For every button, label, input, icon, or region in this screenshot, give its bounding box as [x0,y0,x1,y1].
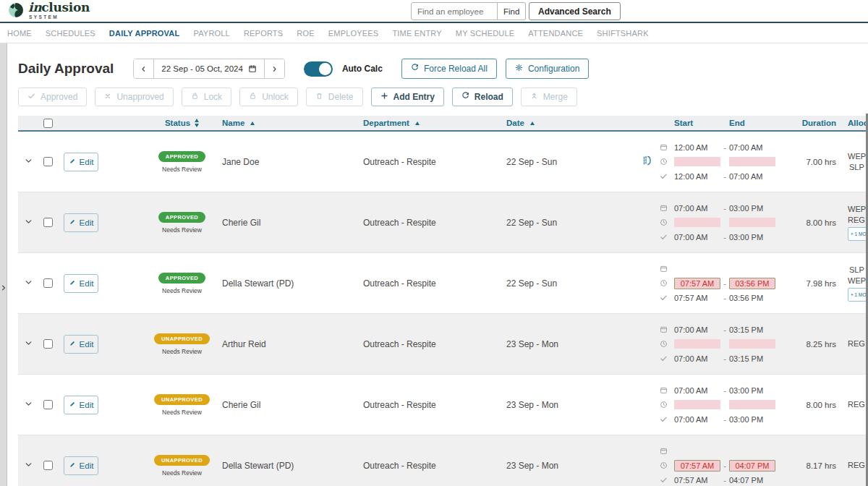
nav-item-home[interactable]: HOME [7,29,32,38]
department: Outreach - Respite [352,339,495,349]
nav-item-payroll[interactable]: PAYROLL [193,29,230,38]
lock-icon [191,92,199,102]
edit-button[interactable]: Edit [64,456,98,475]
column-header-department[interactable]: Department [352,119,495,127]
punch-clock-icon [660,461,670,469]
nav-item-my-schedule[interactable]: MY SCHEDULE [456,29,514,38]
row-checkbox[interactable] [43,400,53,409]
row-checkbox[interactable] [43,218,53,227]
expand-panel-chevron-icon[interactable] [0,282,7,295]
scheduled-calendar-icon [660,265,670,273]
nav-item-shiftshark[interactable]: SHIFTSHARK [597,29,649,38]
department: Outreach - Respite [352,218,495,228]
sort-asc-icon [250,122,255,125]
punch-out-field[interactable]: 04:07 PM [729,460,775,472]
nav-item-time-entry[interactable]: TIME ENTRY [392,29,441,38]
advanced-search-button[interactable]: Advanced Search [529,2,621,20]
scheduled-end-time: 07:00 AM [729,143,775,152]
punch-in-field[interactable] [674,218,720,227]
allocation-entry: SLP ( [848,162,868,173]
column-header-status[interactable]: Status [137,119,216,127]
employee-search-input[interactable] [411,2,498,20]
edit-button[interactable]: Edit [64,213,98,232]
column-header-name[interactable]: Name [216,119,352,127]
duration: 8.00 hrs [783,401,839,409]
punch-in-field[interactable]: 07:57 AM [674,278,720,289]
edit-button[interactable]: Edit [64,274,98,293]
nav-item-daily-approval[interactable]: DAILY APPROVAL [109,29,180,38]
shift-note-icon[interactable] [642,155,654,169]
row-checkbox[interactable] [43,339,53,349]
scheduled-start-time: 07:00 AM [674,386,720,395]
allocation-entry: REG (8 [848,338,868,349]
row-checkbox[interactable] [43,157,53,166]
allocations: REG (8 [839,399,868,410]
punch-in-field[interactable] [674,157,720,166]
action-reload-button[interactable]: Reload [452,88,513,106]
nav-item-attendance[interactable]: ATTENDANCE [528,29,583,38]
punch-out-field[interactable] [729,339,775,349]
row-expand-chevron-icon[interactable] [24,398,33,412]
column-header-date[interactable]: Date [495,119,637,127]
action-add-entry-button[interactable]: Add Entry [371,88,444,106]
times-cell: 07:00 AM - 03:00 PM - 07:00 AM - 03:00 P… [660,383,783,427]
scheduled-calendar-icon [660,204,670,212]
employee-name: Della Stewart (PD) [216,278,352,289]
status-note: Needs Review [162,469,202,477]
action-unlock-button[interactable]: Unlock [239,88,298,106]
punch-out-field[interactable] [729,218,775,227]
edit-button[interactable]: Edit [64,396,98,414]
approved-start-time: 07:00 AM [674,354,720,363]
force-reload-all-button[interactable]: Force Reload All [401,59,497,79]
nav-item-roe[interactable]: ROE [297,29,314,38]
allocations: WEPRISLP ( [839,151,868,173]
date-next-button[interactable] [265,59,284,78]
approved-check-icon [660,354,670,362]
table-row: Edit UNAPPROVED Needs Review Della Stewa… [18,435,868,486]
action-unapproved-button[interactable]: Unapproved [95,88,173,106]
nav-item-employees[interactable]: EMPLOYEES [328,29,379,38]
punch-out-field[interactable] [729,400,775,409]
find-button[interactable]: Find [498,2,526,20]
pencil-icon [69,401,76,409]
configuration-button[interactable]: Configuration [506,59,589,79]
duration: 8.25 hrs [783,340,839,349]
row-expand-chevron-icon[interactable] [24,155,33,169]
nav-item-reports[interactable]: REPORTS [244,29,283,38]
employee-name: Cherie Gil [216,400,352,410]
row-expand-chevron-icon[interactable] [24,459,33,472]
edit-button[interactable]: Edit [64,153,98,171]
pencil-icon [69,279,76,288]
punch-out-field[interactable]: 03:56 PM [729,278,775,289]
more-allocations-badge[interactable]: + 1 MORE [848,227,868,241]
date-prev-button[interactable] [134,59,153,78]
status-note: Needs Review [162,226,202,234]
row-expand-chevron-icon[interactable] [24,338,33,351]
edit-button[interactable]: Edit [64,335,98,354]
punch-in-field[interactable]: 07:57 AM [674,460,720,472]
action-delete-button[interactable]: Delete [306,88,363,106]
punch-out-field[interactable] [729,157,775,166]
row-checkbox[interactable] [43,278,53,288]
select-all-checkbox[interactable] [43,119,53,128]
date-range-display[interactable]: 22 Sep - 05 Oct, 2024 [153,59,265,78]
action-merge-button[interactable]: Merge [521,88,577,106]
punch-in-field[interactable] [674,339,720,349]
row-expand-chevron-icon[interactable] [24,277,33,290]
more-allocations-badge[interactable]: + 1 MORE [848,288,868,302]
toggle-knob [319,63,331,75]
row-checkbox[interactable] [43,461,53,470]
brand-subtitle: SYSTEM [29,15,90,20]
shift-date: 22 Sep - Sun [495,218,637,228]
auto-calc-toggle[interactable] [304,61,333,77]
action-approved-button[interactable]: Approved [18,88,87,106]
action-lock-button[interactable]: Lock [182,88,231,106]
shift-date: 22 Sep - Sun [495,278,637,289]
row-expand-chevron-icon[interactable] [24,216,33,229]
nav-item-schedules[interactable]: SCHEDULES [46,29,95,38]
scheduled-start-time: 12:00 AM [674,143,720,152]
status-badge: APPROVED [158,151,205,162]
employee-name: Cherie Gil [216,218,352,228]
approved-start-time: 07:00 AM [674,415,720,424]
punch-in-field[interactable] [674,400,720,409]
